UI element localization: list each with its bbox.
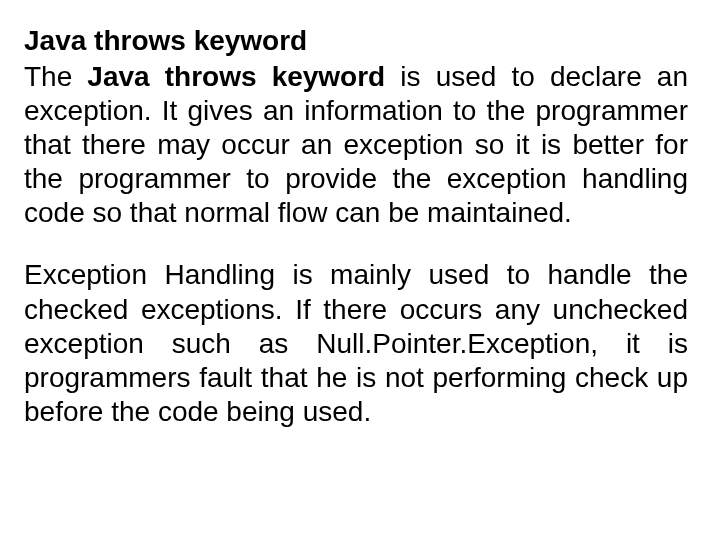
slide: Java throws keyword The Java throws keyw… — [0, 0, 720, 540]
heading: Java throws keyword — [24, 24, 688, 58]
p1-keyword: Java throws keyword — [87, 61, 385, 92]
paragraph-1: The Java throws keyword is used to decla… — [24, 60, 688, 231]
paragraph-2: Exception Handling is mainly used to han… — [24, 258, 688, 429]
p1-prefix: The — [24, 61, 87, 92]
